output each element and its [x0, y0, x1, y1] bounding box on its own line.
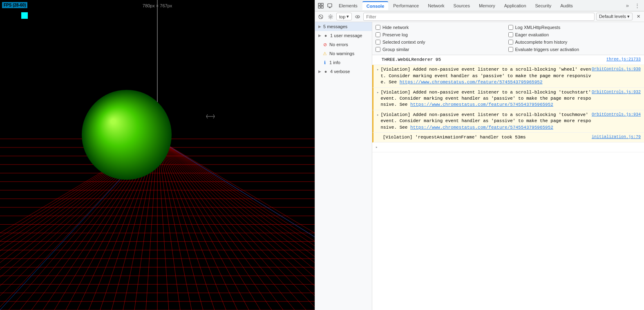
hide-network-checkbox[interactable]: [376, 25, 380, 30]
devtools-panel: Elements Console Performance Network Sou…: [315, 0, 644, 310]
all-messages-label: 5 messages: [323, 24, 347, 29]
device-toggle-icon[interactable]: [326, 2, 334, 10]
tab-security[interactable]: Security: [531, 2, 556, 10]
log-content-3: [Violation] Added non-passive event list…: [380, 89, 592, 108]
eye-icon[interactable]: [353, 13, 362, 21]
opt-preserve-log: Preserve log: [376, 31, 508, 38]
console-log[interactable]: THREE.WebGLRenderer 95 three.js:21733 ▸ …: [372, 55, 644, 310]
evaluate-triggers-label: Evaluate triggers user activation: [515, 47, 579, 52]
info-icon: ℹ: [322, 60, 327, 65]
user-messages-label: 1 user message: [330, 33, 362, 38]
expand-icon: [318, 60, 320, 65]
expand-btn-3[interactable]: ▸: [377, 90, 379, 96]
svg-point-10: [357, 16, 358, 17]
opt-log-xhr: Log XMLHttpRequests: [508, 24, 641, 31]
default-levels-dropdown[interactable]: Default levels ▾: [596, 13, 633, 20]
violation-link-2[interactable]: https://www.chromestatus.com/feature/574…: [400, 80, 543, 85]
log-content-2: [Violation] Added non-passive event list…: [380, 67, 592, 85]
svg-rect-3: [321, 6, 323, 8]
messages-sidebar: ▶ 5 messages ▶ ● 1 user message ⊘ No err…: [315, 22, 372, 310]
info-label: 1 info: [329, 60, 340, 65]
opt-group-similar: Group similar: [376, 46, 508, 53]
msg-item-errors[interactable]: ⊘ No errors: [315, 40, 372, 49]
context-selector[interactable]: top ▾: [336, 13, 352, 20]
filter-input[interactable]: [363, 13, 595, 21]
context-label: top: [339, 14, 345, 19]
svg-rect-5: [329, 7, 331, 8]
expand-icon: ▶: [318, 69, 321, 74]
tab-console[interactable]: Console: [362, 1, 388, 10]
log-content-1: THREE.WebGLRenderer 95: [382, 57, 606, 63]
msg-item-warnings[interactable]: ⚠ No warnings: [315, 49, 372, 58]
group-similar-checkbox[interactable]: [376, 47, 380, 52]
preserve-log-label: Preserve log: [382, 32, 408, 37]
canvas-panel: FPS (28-60) 780px × 767px: [0, 0, 315, 310]
eager-eval-checkbox[interactable]: [508, 32, 513, 37]
user-msg-icon: ●: [323, 33, 328, 38]
devtools-menu-button[interactable]: ⋮: [632, 2, 642, 9]
tab-memory[interactable]: Memory: [475, 2, 499, 10]
console-toolbar: top ▾ Default levels ▾ ✕: [315, 11, 644, 22]
console-options: Hide network Preserve log Selected conte…: [372, 22, 644, 55]
msg-item-all-messages[interactable]: ▶ 5 messages: [315, 22, 372, 31]
group-similar-label: Group similar: [382, 47, 409, 52]
options-col2: Log XMLHttpRequests Eager evaluation Aut…: [508, 24, 641, 53]
svg-rect-1: [321, 3, 323, 5]
autocomplete-checkbox[interactable]: [508, 40, 513, 45]
selected-context-checkbox[interactable]: [376, 40, 380, 45]
verbose-label: 4 verbose: [330, 69, 350, 74]
tab-audits[interactable]: Audits: [556, 2, 577, 10]
log-entry-touchstart: ▸ [Violation] Added non-passive event li…: [372, 88, 644, 110]
dimension-label: 780px × 767px: [143, 3, 172, 8]
log-source-4[interactable]: OrbitControls.js:934: [592, 112, 641, 118]
clear-console-button[interactable]: [317, 13, 325, 21]
tab-performance[interactable]: Performance: [389, 2, 423, 10]
violation-link-3[interactable]: https://www.chromestatus.com/feature/574…: [410, 102, 553, 107]
opt-autocomplete: Autocomplete from history: [508, 38, 641, 46]
devtools-tab-bar: Elements Console Performance Network Sou…: [315, 0, 644, 11]
tab-network[interactable]: Network: [424, 2, 448, 10]
log-source-2[interactable]: OrbitControls.js:930: [592, 67, 641, 72]
tab-sources[interactable]: Sources: [449, 2, 474, 10]
opt-eager-eval: Eager evaluation: [508, 31, 641, 38]
devtools-main: ▶ 5 messages ▶ ● 1 user message ⊘ No err…: [315, 22, 644, 310]
preserve-log-checkbox[interactable]: [376, 32, 380, 37]
expand-icon: [318, 42, 320, 47]
svg-rect-0: [318, 3, 320, 5]
log-source-1[interactable]: three.js:21733: [606, 57, 641, 62]
expand-btn-4[interactable]: ▸: [377, 113, 379, 118]
opt-evaluate-triggers: Evaluate triggers user activation: [508, 46, 641, 53]
expand-btn-5[interactable]: [377, 135, 381, 141]
log-source-5[interactable]: initialization.js:79: [592, 134, 641, 140]
expand-btn-1[interactable]: [376, 58, 380, 63]
log-entry-arrow: ▸: [372, 143, 644, 152]
settings-icon[interactable]: [326, 13, 335, 21]
evaluate-triggers-checkbox[interactable]: [508, 47, 513, 52]
inspect-icon[interactable]: [317, 2, 325, 10]
tab-application[interactable]: Application: [500, 2, 530, 10]
msg-item-user-messages[interactable]: ▶ ● 1 user message: [315, 31, 372, 40]
close-devtools-button[interactable]: ✕: [634, 13, 642, 21]
log-source-3[interactable]: OrbitControls.js:932: [592, 89, 641, 95]
violation-link-4[interactable]: https://www.chromestatus.com/feature/574…: [410, 125, 553, 130]
autocomplete-label: Autocomplete from history: [515, 40, 568, 45]
msg-item-verbose[interactable]: ▶ ● 4 verbose: [315, 67, 372, 76]
3d-canvas[interactable]: [0, 0, 315, 310]
svg-rect-4: [328, 4, 332, 7]
verbose-icon: ●: [323, 69, 328, 74]
log-xhr-label: Log XMLHttpRequests: [515, 25, 561, 30]
expand-btn-2[interactable]: ▸: [377, 67, 379, 73]
fps-counter: FPS (28-60): [2, 2, 27, 8]
arrow-icon: ▸: [376, 145, 378, 150]
more-tabs-button[interactable]: »: [624, 2, 631, 9]
log-entry-webgl: THREE.WebGLRenderer 95 three.js:21733: [372, 55, 644, 65]
default-levels-label: Default levels ▾: [599, 14, 630, 19]
expand-icon: [318, 51, 320, 56]
log-xhr-checkbox[interactable]: [508, 25, 513, 30]
log-entry-wheel: ▸ [Violation] Added non-passive event li…: [372, 65, 644, 87]
context-dropdown-icon: ▾: [347, 14, 349, 19]
msg-item-info[interactable]: ℹ 1 info: [315, 58, 372, 67]
tab-elements[interactable]: Elements: [335, 2, 362, 10]
log-entry-touchmove: ▸ [Violation] Added non-passive event li…: [372, 110, 644, 133]
hide-network-label: Hide network: [382, 25, 409, 30]
